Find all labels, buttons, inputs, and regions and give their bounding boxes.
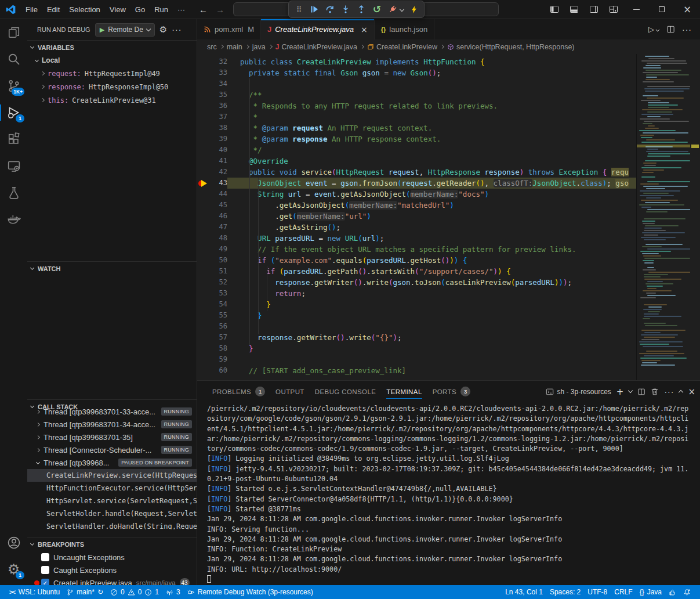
language-mode[interactable]: {} Java <box>636 585 665 599</box>
activity-settings[interactable]: ⚙1 <box>0 556 27 583</box>
step-into-icon[interactable] <box>339 2 353 16</box>
tab-pom-xml[interactable]: pom.xmlM <box>197 19 261 39</box>
menu-edit[interactable]: Edit <box>42 3 64 16</box>
breakpoint-checkbox[interactable]: ✓ <box>41 579 49 585</box>
code-line[interactable]: 46 .get(memberName:"url") <box>197 211 636 222</box>
breakpoint-row[interactable]: ✓CreateLinkPreview.javasrc/main/java43 <box>27 576 197 585</box>
remote-indicator[interactable]: >< WSL: Ubuntu <box>6 585 63 599</box>
breadcrumb-item[interactable]: JCreateLinkPreview.java <box>275 43 357 51</box>
code-line[interactable]: 39 * @param response An HTTP response co… <box>197 133 636 145</box>
activity-testing[interactable] <box>0 179 27 206</box>
activity-run-and-debug[interactable]: 1 <box>0 99 27 126</box>
gripper-icon[interactable]: ⠿ <box>292 2 306 16</box>
activity-explorer[interactable] <box>0 19 27 46</box>
code-line[interactable]: 35 /** <box>197 89 636 100</box>
more-actions-icon[interactable]: ··· <box>172 25 182 34</box>
chevron-down-icon[interactable] <box>628 388 633 393</box>
code-line[interactable]: 43 JsonObject event = gson.fromJson(requ… <box>197 178 636 189</box>
code-line[interactable]: 33 private static final Gson gson = new … <box>197 67 636 78</box>
activity-search[interactable] <box>0 46 27 73</box>
feedback-icon[interactable] <box>665 585 680 599</box>
call-stack-thread[interactable]: Thread [qtp399683701-35]RUNNING <box>27 431 197 443</box>
code-line[interactable]: 60 // [START add_ons_case_preview_link] <box>197 365 636 376</box>
restart-icon[interactable]: ↺ <box>370 2 384 16</box>
code-line[interactable]: 36 * Responds to any HTTP request relate… <box>197 100 636 111</box>
variable-row[interactable]: request:HttpRequestImpl@49 <box>27 67 197 80</box>
call-stack-frame[interactable]: CreateLinkPreview.service(HttpReques <box>27 469 197 482</box>
split-terminal-icon[interactable] <box>637 388 645 396</box>
breadcrumb-item[interactable]: java <box>252 43 266 51</box>
start-debug-icon[interactable]: ▶ <box>100 26 104 34</box>
maximize-panel-icon[interactable] <box>679 390 683 395</box>
minimap[interactable] <box>636 54 690 380</box>
close-icon[interactable]: × <box>361 25 368 34</box>
editor-more-actions-icon[interactable]: ··· <box>682 25 692 34</box>
variable-row[interactable]: this:CreateLinkPreview@31 <box>27 93 197 107</box>
breakpoint-checkbox[interactable] <box>41 553 49 561</box>
code-line[interactable]: 37 * <box>197 111 636 122</box>
menu-go[interactable]: Go <box>130 3 150 16</box>
panel-tab-terminal[interactable]: TERMINAL <box>381 381 427 402</box>
chevron-down-icon[interactable] <box>400 7 404 12</box>
code-line[interactable]: 34 <box>197 78 636 89</box>
kill-terminal-icon[interactable] <box>651 388 659 396</box>
code-line[interactable]: 52 response.getWriter().write(gson.toJso… <box>197 277 636 288</box>
code-line[interactable]: 54 } <box>197 299 636 310</box>
close-panel-icon[interactable]: × <box>688 387 695 397</box>
activity-docker[interactable] <box>0 206 27 233</box>
code-line[interactable]: 58 } <box>197 343 636 354</box>
call-stack-thread[interactable]: Thread [qtp399683701-34-acce...RUNNING <box>27 418 197 431</box>
hot-code-replace-icon[interactable] <box>407 2 421 16</box>
customize-layout-icon[interactable] <box>604 0 623 19</box>
breakpoint-checkbox[interactable] <box>41 566 49 574</box>
nav-back-icon[interactable]: ← <box>199 5 208 15</box>
call-stack-thread[interactable]: Thread [qtp399683701-33-acce...RUNNING <box>27 405 197 418</box>
disconnect-icon[interactable] <box>386 2 400 16</box>
activity-remote-explorer[interactable] <box>0 153 27 179</box>
panel-tab-ports[interactable]: PORTS3 <box>427 381 476 402</box>
new-terminal-icon[interactable]: + <box>616 387 624 397</box>
launch-config-dropdown[interactable]: ▶ Remote De <box>95 23 155 37</box>
debug-settings-gear-icon[interactable]: ⚙ <box>159 24 167 35</box>
panel-more-actions-icon[interactable]: ··· <box>664 387 674 396</box>
encoding[interactable]: UTF-8 <box>584 585 611 599</box>
code-line[interactable]: 56 <box>197 321 636 332</box>
split-editor-icon[interactable] <box>666 25 675 34</box>
notifications-bell-icon[interactable] <box>680 585 694 599</box>
activity-source-control[interactable]: 1K+ <box>0 73 27 99</box>
toggle-sidebar-icon[interactable] <box>545 0 564 19</box>
debug-session-indicator[interactable]: Remote Debug Watch (3p-resources) <box>184 585 317 599</box>
panel-tab-problems[interactable]: PROBLEMS1 <box>207 381 270 402</box>
activity-extensions[interactable] <box>0 126 27 153</box>
code-line[interactable]: 59 <box>197 354 636 365</box>
scope-local[interactable]: Local <box>27 54 197 67</box>
code-line[interactable]: 40 */ <box>197 145 636 156</box>
breadcrumb-item[interactable]: service(HttpRequest, HttpResponse) <box>447 43 575 51</box>
code-line[interactable]: 41 @Override <box>197 156 636 167</box>
minimize-button[interactable] <box>623 0 649 19</box>
terminal-session[interactable]: sh - 3p-resources <box>546 388 611 396</box>
panel-tab-output[interactable]: OUTPUT <box>270 381 310 402</box>
menu-file[interactable]: File <box>21 3 42 16</box>
tab-CreateLinkPreview-java[interactable]: JCreateLinkPreview.java× <box>261 19 375 39</box>
menu-selection[interactable]: Selection <box>64 3 104 16</box>
menu-run[interactable]: Run <box>150 3 173 16</box>
breakpoint-row[interactable]: Caught Exceptions <box>27 564 197 576</box>
panel-tab-debug-console[interactable]: DEBUG CONSOLE <box>310 381 382 402</box>
breadcrumb-item[interactable]: main <box>227 43 242 51</box>
watch-header[interactable]: WATCH <box>27 262 197 275</box>
code-line[interactable]: 53 return; <box>197 288 636 299</box>
toggle-panel-icon[interactable] <box>564 0 584 19</box>
menu-[interactable]: ··· <box>173 3 190 16</box>
breakpoint-row[interactable]: Uncaught Exceptions <box>27 551 197 564</box>
code-line[interactable]: 45 .getAsJsonObject(memberName:"matchedU… <box>197 200 636 211</box>
variable-row[interactable]: response:HttpResponseImpl@50 <box>27 80 197 93</box>
breadcrumb-item[interactable]: src <box>207 43 217 51</box>
code-line[interactable]: 51 if (parsedURL.getPath().startsWith("/… <box>197 266 636 277</box>
problems-indicator[interactable]: 0 0 1 <box>107 585 162 599</box>
code-line[interactable]: 49 // If the event object URL matches a … <box>197 244 636 255</box>
cursor-position[interactable]: Ln 43, Col 1 <box>502 585 546 599</box>
step-out-icon[interactable] <box>354 2 368 16</box>
code-line[interactable]: 50 if ("example.com".equals(parsedURL.ge… <box>197 255 636 266</box>
call-stack-thread[interactable]: Thread [qtp39968...PAUSED ON BREAKPOINT <box>27 456 197 469</box>
